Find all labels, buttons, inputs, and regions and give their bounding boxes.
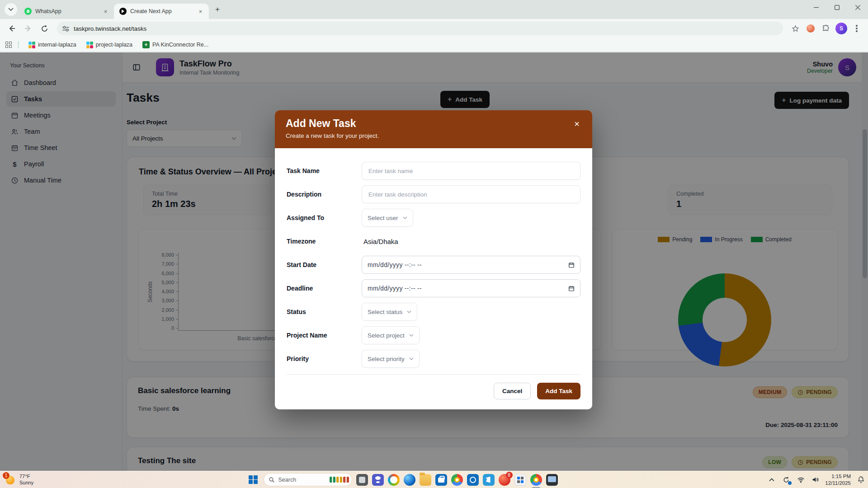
whatsapp-icon [24, 8, 32, 15]
virtual-machine-icon[interactable] [546, 474, 558, 486]
bookmark-internal-laplaza[interactable]: internal-laplaza [25, 40, 80, 50]
new-tab-button[interactable]: + [212, 4, 223, 15]
bookmark-pa-kinconnector[interactable]: + PA KinConnector Re... [139, 40, 212, 50]
notification-bell-icon[interactable]: z [856, 474, 865, 486]
tab-whatsapp[interactable]: WhatsApp × [19, 4, 114, 19]
tray-date: 12/11/2025 [825, 480, 851, 487]
start-button[interactable] [247, 474, 259, 486]
add-task-modal: Add New Task Create a new task for your … [275, 110, 592, 409]
priority-select[interactable]: Select priority [362, 350, 420, 368]
window-controls [806, 0, 868, 14]
url-text: taskpro.twinstack.net/tasks [74, 25, 146, 32]
chrome-active-icon[interactable] [530, 474, 542, 486]
chevron-down-icon [8, 8, 14, 11]
taskbar-search[interactable]: Search [264, 473, 352, 486]
window-maximize-button[interactable] [826, 0, 847, 14]
tab-close-icon[interactable]: × [197, 8, 204, 15]
chevron-down-icon [403, 216, 407, 219]
page-viewport: Your Sections Dashboard Tasks Meetings T… [0, 52, 868, 471]
close-icon[interactable]: × [571, 117, 583, 130]
address-bar[interactable]: taskpro.twinstack.net/tasks [57, 22, 783, 35]
modal-body: Task Name Description Assigned To Select… [275, 148, 592, 368]
tab-close-icon[interactable]: × [102, 8, 109, 15]
apps-grid-icon[interactable] [5, 42, 12, 48]
pinned-extension-icon[interactable] [804, 22, 817, 35]
taskbar-center: Search 8 [247, 471, 558, 488]
cancel-button[interactable]: Cancel [494, 383, 531, 399]
browser-menu-icon[interactable] [850, 22, 863, 35]
weather-sun-icon: 1 [5, 474, 16, 486]
modal-subtitle: Create a new task for your project. [286, 132, 581, 139]
teams-icon[interactable] [372, 474, 384, 486]
tab-title: WhatsApp [35, 8, 98, 14]
field-description: Description [287, 185, 580, 203]
deadline-input[interactable]: mm/dd/yyyy --:-- -- [362, 279, 580, 297]
modal-title: Add New Task [286, 117, 581, 130]
site-settings-icon [62, 26, 69, 32]
browser-toolbar: taskpro.twinstack.net/tasks S [0, 19, 868, 38]
field-start-date: Start Date mm/dd/yyyy --:-- -- [287, 256, 580, 274]
calendar-icon[interactable] [568, 285, 575, 292]
system-tray: 1:15 PM 12/11/2025 z [767, 471, 865, 488]
project-select[interactable]: Select project [362, 326, 420, 344]
reload-button[interactable] [37, 21, 52, 36]
back-button[interactable] [5, 21, 19, 36]
file-explorer-icon[interactable] [420, 474, 431, 486]
notification-badge: 1 [3, 472, 9, 479]
edge-icon[interactable] [404, 474, 415, 486]
vscode-icon[interactable] [483, 474, 495, 486]
status-select[interactable]: Select status [362, 303, 417, 321]
assigned-to-select[interactable]: Select user [362, 209, 413, 227]
field-deadline: Deadline mm/dd/yyyy --:-- -- [287, 279, 580, 297]
tray-time: 1:15 PM [825, 473, 851, 480]
nextjs-icon [119, 8, 127, 15]
weather-temp: 77°F [19, 474, 33, 480]
app-notification-badge: 8 [506, 472, 513, 479]
window-close-button[interactable] [847, 0, 868, 14]
search-icon [269, 477, 275, 483]
wifi-icon[interactable] [796, 474, 805, 486]
tab-search-button[interactable] [5, 3, 17, 16]
volume-icon[interactable] [811, 474, 820, 486]
modal-footer: Cancel Add Task [287, 374, 580, 399]
bookmark-project-laplaza[interactable]: project-laplaza [83, 40, 136, 50]
weather-widget[interactable]: 1 77°F Sunny [0, 474, 77, 486]
extensions-puzzle-icon[interactable] [819, 22, 833, 35]
tray-clock[interactable]: 1:15 PM 12/11/2025 [825, 473, 851, 487]
timezone-value: Asia/Dhaka [362, 238, 398, 245]
holiday-gifts-icon [330, 477, 349, 483]
modal-header: Add New Task Create a new task for your … [275, 110, 592, 148]
forward-button[interactable] [21, 21, 35, 36]
field-status: Status Select status [287, 303, 580, 321]
mail-app-icon[interactable]: 8 [499, 474, 510, 486]
submit-add-task-button[interactable]: Add Task [537, 383, 580, 399]
microsoft-store-icon[interactable] [435, 474, 447, 486]
description-input[interactable] [362, 185, 580, 203]
browser-chrome: WhatsApp × Create Next App × + taskpro.t… [0, 0, 868, 52]
field-priority: Priority Select priority [287, 350, 580, 368]
task-name-input[interactable] [362, 162, 580, 180]
chevron-down-icon [407, 310, 411, 313]
chevron-down-icon [409, 357, 414, 360]
window-minimize-button[interactable] [806, 0, 826, 14]
calendar-icon[interactable] [568, 262, 575, 268]
task-view-icon[interactable] [356, 474, 368, 486]
desktop-screen: WhatsApp × Create Next App × + taskpro.t… [0, 0, 868, 488]
outlook-icon[interactable] [467, 474, 479, 486]
bookmarks-bar: internal-laplaza project-laplaza + PA Ki… [0, 38, 868, 52]
browser-profile-avatar[interactable]: S [835, 22, 848, 35]
bookmarks-divider [18, 41, 19, 48]
search-placeholder: Search [278, 477, 326, 483]
slack-icon [28, 42, 35, 48]
copilot-icon[interactable] [388, 474, 400, 486]
grid-app-icon[interactable] [514, 474, 526, 486]
sync-status-icon[interactable] [782, 474, 791, 486]
tab-title: Create Next App [130, 8, 193, 14]
tray-chevron-up-icon[interactable] [767, 474, 776, 486]
tab-create-next-app[interactable]: Create Next App × [114, 4, 209, 19]
windows-taskbar: 1 77°F Sunny Search 8 [0, 471, 868, 488]
bookmark-star-icon[interactable] [788, 22, 802, 35]
start-date-input[interactable]: mm/dd/yyyy --:-- -- [362, 256, 580, 274]
chrome-icon[interactable] [451, 474, 463, 486]
sheet-icon: + [142, 41, 150, 48]
